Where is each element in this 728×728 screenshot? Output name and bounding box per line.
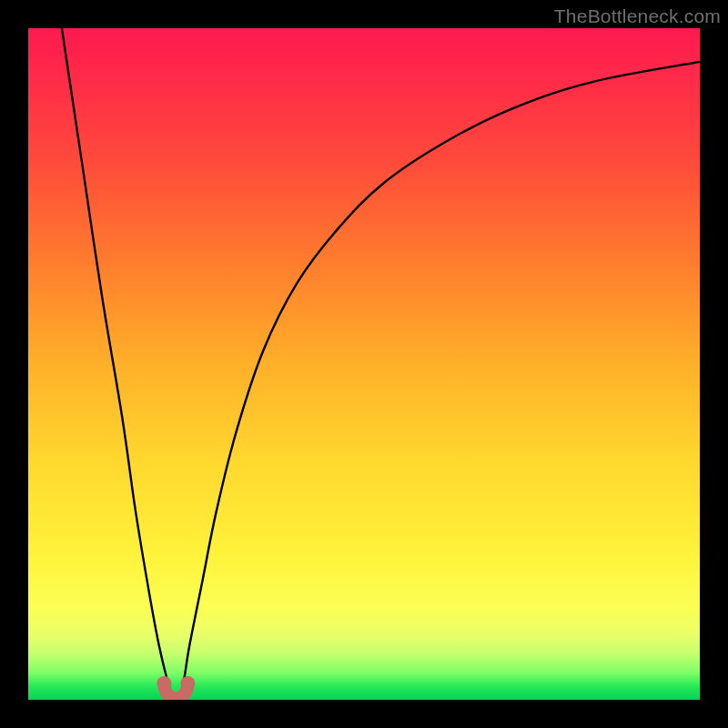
bottleneck-curve <box>62 28 700 700</box>
curve-layer <box>28 28 700 700</box>
svg-point-0 <box>157 676 171 691</box>
svg-point-1 <box>180 676 195 691</box>
watermark-text: TheBottleneck.com <box>554 5 721 27</box>
min-marker <box>157 676 195 699</box>
plot-area <box>28 28 700 700</box>
